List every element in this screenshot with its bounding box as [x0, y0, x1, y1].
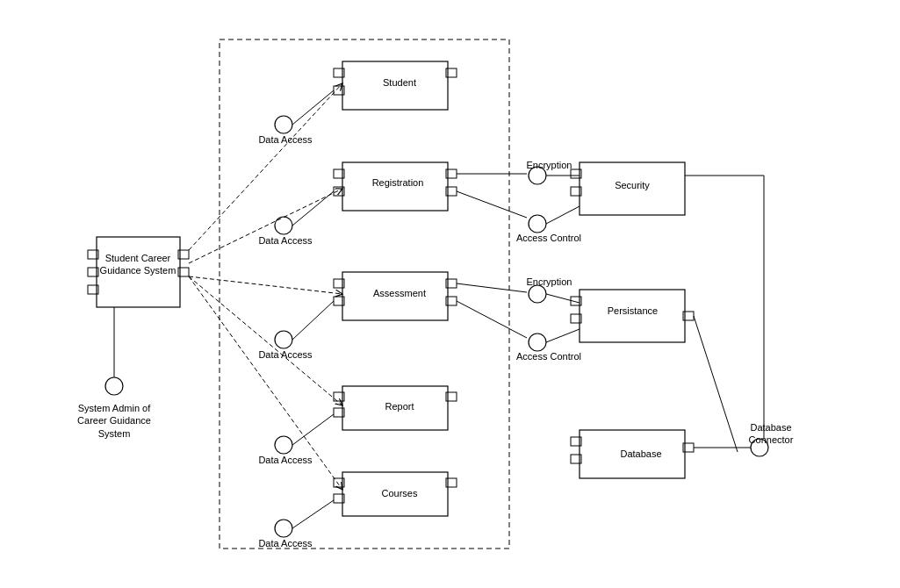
svg-point-38 [275, 436, 292, 454]
svg-line-58 [546, 294, 580, 303]
svg-line-19 [292, 90, 334, 125]
svg-line-11 [189, 276, 342, 294]
diagram-svg [0, 0, 900, 588]
svg-point-18 [275, 116, 292, 133]
security-encryption-label: Encryption [516, 160, 582, 170]
persistance-encryption-label: Encryption [516, 276, 582, 287]
security-access-control-label: Access Control [509, 233, 588, 243]
svg-point-50 [529, 215, 546, 233]
svg-line-26 [292, 191, 334, 226]
svg-line-12 [189, 276, 342, 405]
student-label: Student [364, 77, 435, 88]
svg-line-56 [457, 301, 527, 338]
architecture-diagram: Student Career Guidance System System Ad… [0, 0, 900, 588]
assessment-label: Assessment [360, 288, 439, 298]
report-label: Report [364, 401, 435, 412]
main-system-label: Student Career Guidance System [98, 252, 177, 277]
persistance-access-control-label: Access Control [509, 351, 588, 362]
report-data-access-label: Data Access [255, 455, 316, 465]
svg-line-9 [189, 83, 342, 250]
courses-label: Courses [364, 488, 435, 498]
svg-line-33 [292, 301, 334, 340]
svg-point-57 [529, 285, 546, 303]
svg-point-44 [275, 520, 292, 537]
svg-point-6 [105, 377, 123, 395]
database-label: Database [606, 448, 676, 459]
svg-point-32 [275, 331, 292, 348]
registration-data-access-label: Data Access [255, 235, 316, 246]
svg-line-39 [292, 414, 334, 445]
security-label: Security [597, 180, 667, 190]
courses-data-access-label: Data Access [255, 538, 316, 549]
svg-line-47 [457, 191, 527, 218]
persistance-label: Persistance [595, 305, 670, 316]
svg-point-25 [275, 217, 292, 234]
svg-rect-61 [580, 290, 685, 342]
database-connector-label: Database Connector [736, 421, 806, 447]
assessment-data-access-label: Data Access [255, 349, 316, 360]
svg-line-10 [189, 189, 342, 263]
svg-line-65 [694, 316, 738, 452]
system-admin-label: System Admin of Career Guidance System [66, 402, 162, 440]
svg-line-51 [546, 206, 580, 224]
svg-line-45 [292, 500, 334, 528]
svg-point-59 [529, 333, 546, 351]
registration-label: Registration [358, 177, 437, 188]
svg-line-60 [546, 329, 580, 342]
student-data-access-label: Data Access [255, 134, 316, 145]
